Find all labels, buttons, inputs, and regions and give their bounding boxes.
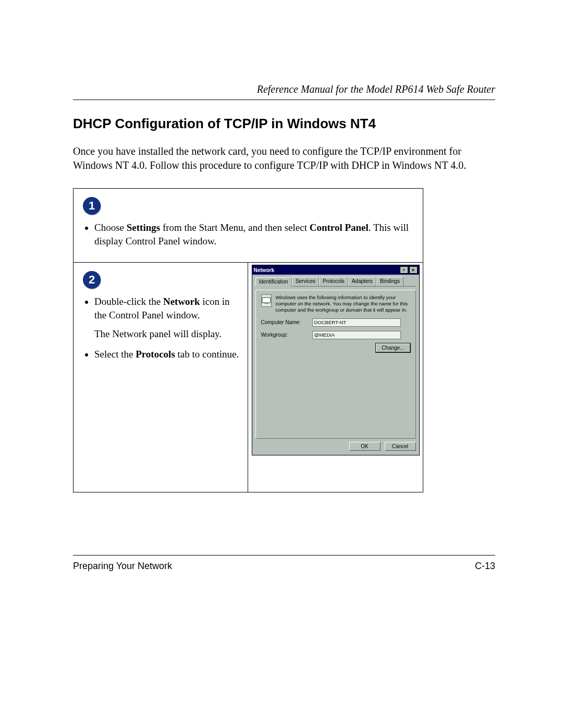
change-button[interactable]: Change... — [376, 343, 410, 352]
identification-description: Windows uses the following information t… — [276, 294, 410, 313]
text: tab to continue. — [175, 349, 239, 360]
step-2-badge: 2 — [83, 271, 101, 289]
workgroup-label: Workgroup: — [261, 332, 308, 338]
page-footer: Preparing Your Network C-13 — [73, 555, 495, 572]
text: from the Start Menu, and then select — [160, 222, 310, 233]
step-2-bullets-a: Double-click the Network icon in the Con… — [83, 295, 239, 322]
text: Double-click the — [94, 296, 163, 307]
footer-right: C-13 — [475, 561, 495, 572]
ok-button[interactable]: OK — [349, 442, 381, 451]
running-header: Reference Manual for the Model RP614 Web… — [73, 83, 495, 95]
text: Select the — [94, 349, 136, 360]
intro-paragraph: Once you have installed the network card… — [73, 144, 495, 172]
step-2: 2 Double-click the Network icon in the C… — [74, 263, 423, 492]
bold-text: Protocols — [136, 349, 175, 360]
tab-protocols[interactable]: Protocols — [319, 277, 348, 286]
title-buttons: ? ✕ — [400, 266, 418, 274]
computer-name-label: Computer Name: — [261, 319, 308, 325]
bold-text: Control Panel — [310, 222, 369, 233]
close-button[interactable]: ✕ — [409, 266, 418, 274]
step-2-screenshot-column: Network ? ✕ Identification Services Prot… — [248, 263, 423, 492]
step-2-text-column: 2 Double-click the Network icon in the C… — [74, 263, 248, 492]
step-2-bullets-b: Select the Protocols tab to continue. — [83, 348, 239, 361]
dialog-tabs: Identification Services Protocols Adapte… — [255, 277, 416, 287]
workgroup-value: @MEDIA — [312, 331, 401, 339]
workgroup-row: Workgroup: @MEDIA — [261, 331, 410, 339]
tab-bindings[interactable]: Bindings — [376, 277, 403, 286]
header-rule — [73, 100, 495, 100]
step-2-bullet-2: Select the Protocols tab to continue. — [94, 348, 239, 361]
section-heading: DHCP Configuration of TCP/IP in Windows … — [73, 116, 495, 132]
tab-identification[interactable]: Identification — [255, 277, 292, 287]
cancel-button[interactable]: Cancel — [385, 442, 416, 451]
help-button[interactable]: ? — [400, 266, 408, 274]
svg-rect-0 — [262, 298, 271, 303]
document-page: Reference Manual for the Model RP614 Web… — [0, 0, 563, 728]
network-dialog: Network ? ✕ Identification Services Prot… — [252, 265, 420, 455]
footer-left: Preparing Your Network — [73, 561, 172, 572]
bold-text: Network — [163, 296, 200, 307]
computer-name-value: DOCBERT-NT — [312, 318, 401, 327]
step-2-line: The Network panel will display. — [94, 327, 239, 341]
step-1-badge: 1 — [83, 197, 101, 215]
step-1-bullets: Choose Settings from the Start Menu, and… — [83, 221, 413, 248]
computer-icon — [261, 294, 272, 307]
computer-name-row: Computer Name: DOCBERT-NT — [261, 318, 410, 327]
dialog-title: Network — [254, 267, 274, 273]
dialog-title-bar[interactable]: Network ? ✕ — [252, 265, 419, 275]
tab-adapters[interactable]: Adapters — [348, 277, 376, 286]
ok-cancel-row: OK Cancel — [255, 439, 416, 452]
tab-services[interactable]: Services — [292, 277, 319, 286]
footer-rule — [73, 555, 495, 556]
change-button-wrap: Change... — [261, 343, 410, 352]
steps-container: 1 Choose Settings from the Start Menu, a… — [73, 188, 423, 492]
bold-text: Settings — [127, 222, 160, 233]
step-1-bullet-1: Choose Settings from the Start Menu, and… — [94, 221, 413, 248]
svg-rect-1 — [264, 303, 268, 304]
text: Choose — [94, 222, 127, 233]
step-1: 1 Choose Settings from the Start Menu, a… — [74, 189, 423, 263]
identification-panel: Windows uses the following information t… — [255, 290, 416, 439]
dialog-body: Identification Services Protocols Adapte… — [252, 275, 419, 455]
description-row: Windows uses the following information t… — [261, 294, 410, 313]
step-2-bullet-1: Double-click the Network icon in the Con… — [94, 295, 239, 322]
